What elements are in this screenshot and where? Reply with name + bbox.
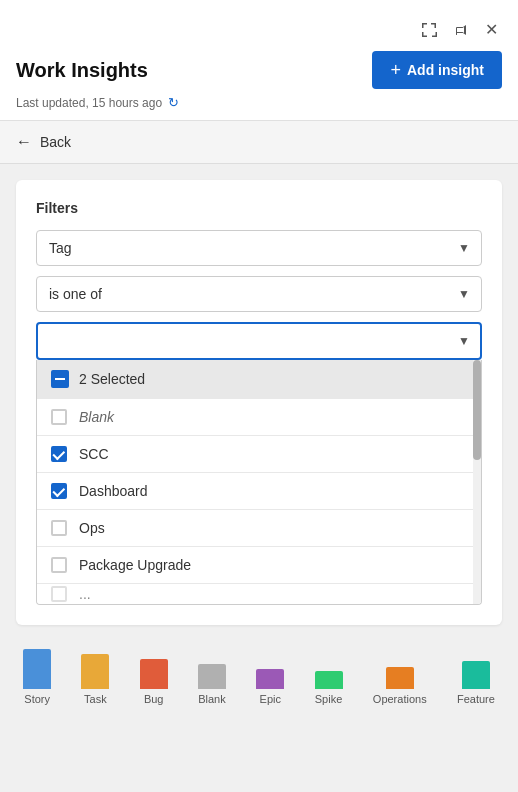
ops-label: Ops bbox=[79, 520, 105, 536]
condition-dropdown-row: is one of is not one of is empty is not … bbox=[36, 276, 482, 312]
chart-legend: StoryTaskBugBlankEpicSpikeOperationsFeat… bbox=[8, 641, 510, 705]
chart-bar bbox=[198, 664, 226, 689]
condition-dropdown-wrapper: is one of is not one of is empty is not … bbox=[36, 276, 482, 312]
list-item[interactable]: Dashboard bbox=[37, 473, 473, 509]
chart-bar bbox=[23, 649, 51, 689]
refresh-icon[interactable]: ↻ bbox=[168, 95, 179, 110]
tag-dropdown[interactable]: Tag Status Assignee Priority bbox=[36, 230, 482, 266]
expand-button[interactable] bbox=[417, 18, 441, 42]
more-checkbox[interactable] bbox=[51, 586, 67, 602]
blank-checkbox[interactable] bbox=[51, 409, 67, 425]
main-content: Filters Tag Status Assignee Priority ▼ i… bbox=[0, 164, 518, 641]
chart-area: StoryTaskBugBlankEpicSpikeOperationsFeat… bbox=[0, 641, 518, 713]
page-title: Work Insights bbox=[16, 59, 148, 82]
add-insight-button[interactable]: + Add insight bbox=[372, 51, 502, 89]
chart-bar bbox=[315, 671, 343, 689]
chart-bar-item: Blank bbox=[198, 664, 226, 705]
chart-bar-label: Task bbox=[84, 693, 107, 705]
header-top-icons: ✕ bbox=[16, 16, 502, 43]
list-item[interactable]: SCC bbox=[37, 436, 473, 472]
condition-dropdown[interactable]: is one of is not one of is empty is not … bbox=[36, 276, 482, 312]
package-upgrade-label: Package Upgrade bbox=[79, 557, 191, 573]
chart-bar bbox=[462, 661, 490, 689]
chart-bar bbox=[140, 659, 168, 689]
scrollbar-track[interactable] bbox=[473, 360, 481, 604]
chart-bar-label: Story bbox=[24, 693, 50, 705]
selected-count: 2 Selected bbox=[79, 371, 145, 387]
chart-bar bbox=[256, 669, 284, 689]
list-item[interactable]: Package Upgrade bbox=[37, 547, 473, 583]
list-item[interactable]: ... bbox=[37, 584, 473, 604]
chart-bar-label: Operations bbox=[373, 693, 427, 705]
filter-card: Filters Tag Status Assignee Priority ▼ i… bbox=[16, 180, 502, 625]
chart-bar-item: Epic bbox=[256, 669, 284, 705]
list-item[interactable]: Blank bbox=[37, 399, 473, 435]
tag-dropdown-wrapper: Tag Status Assignee Priority ▼ bbox=[36, 230, 482, 266]
dropdown-list: 2 Selected Blank SCC bbox=[36, 360, 482, 605]
dashboard-checkbox[interactable] bbox=[51, 483, 67, 499]
chart-bar-item: Task bbox=[81, 654, 109, 705]
close-button[interactable]: ✕ bbox=[481, 16, 502, 43]
chart-bar-item: Story bbox=[23, 649, 51, 705]
deselect-all-icon bbox=[51, 370, 69, 388]
filters-label: Filters bbox=[36, 200, 482, 216]
header-title-row: Work Insights + Add insight bbox=[16, 51, 502, 89]
megaphone-button[interactable] bbox=[449, 18, 473, 42]
dashboard-label: Dashboard bbox=[79, 483, 148, 499]
back-label: Back bbox=[40, 134, 71, 150]
search-input[interactable] bbox=[36, 322, 482, 360]
back-arrow-icon: ← bbox=[16, 133, 32, 151]
chart-bar-label: Spike bbox=[315, 693, 343, 705]
chart-bar-item: Spike bbox=[315, 671, 343, 705]
chart-bar-label: Blank bbox=[198, 693, 226, 705]
more-label: ... bbox=[79, 586, 91, 602]
last-updated-text: Last updated, 15 hours ago bbox=[16, 96, 162, 110]
package-upgrade-checkbox[interactable] bbox=[51, 557, 67, 573]
chart-bar bbox=[386, 667, 414, 689]
chart-bar-label: Bug bbox=[144, 693, 164, 705]
list-item[interactable]: Ops bbox=[37, 510, 473, 546]
chart-bar-label: Epic bbox=[260, 693, 281, 705]
chart-bar-label: Feature bbox=[457, 693, 495, 705]
ops-checkbox[interactable] bbox=[51, 520, 67, 536]
back-nav[interactable]: ← Back bbox=[0, 121, 518, 164]
scc-label: SCC bbox=[79, 446, 109, 462]
chart-bar-item: Operations bbox=[373, 667, 427, 705]
blank-label: Blank bbox=[79, 409, 114, 425]
tag-dropdown-row: Tag Status Assignee Priority ▼ bbox=[36, 230, 482, 266]
search-input-row: ▼ bbox=[36, 322, 482, 360]
scc-checkbox[interactable] bbox=[51, 446, 67, 462]
chart-bar-item: Feature bbox=[457, 661, 495, 705]
chart-bar bbox=[81, 654, 109, 689]
page-header: ✕ Work Insights + Add insight Last updat… bbox=[0, 0, 518, 121]
selected-indicator-row[interactable]: 2 Selected bbox=[37, 360, 473, 398]
add-insight-label: Add insight bbox=[407, 62, 484, 78]
plus-icon: + bbox=[390, 61, 401, 79]
chart-bar-item: Bug bbox=[140, 659, 168, 705]
search-input-wrapper: ▼ bbox=[36, 322, 482, 360]
last-updated-row: Last updated, 15 hours ago ↻ bbox=[16, 95, 502, 120]
scrollbar-thumb[interactable] bbox=[473, 360, 481, 460]
